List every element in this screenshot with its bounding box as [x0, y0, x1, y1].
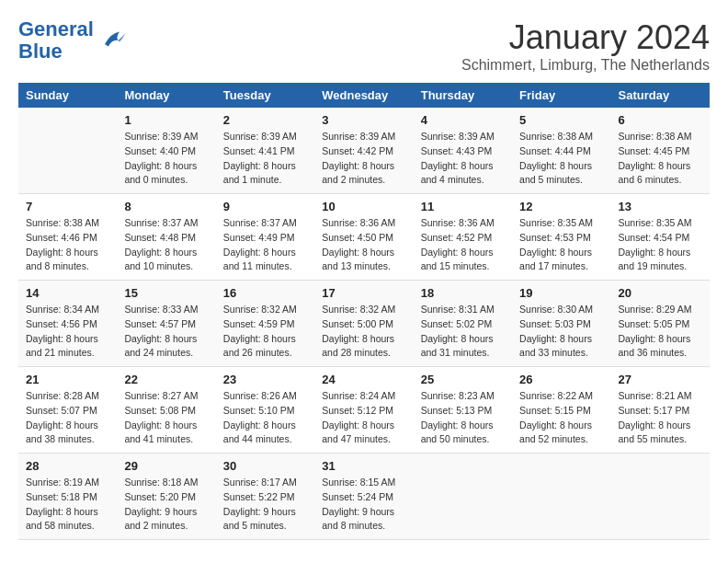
calendar-day-cell: 8Sunrise: 8:37 AMSunset: 4:48 PMDaylight… — [117, 194, 215, 281]
calendar-day-cell: 13Sunrise: 8:35 AMSunset: 4:54 PMDayligh… — [611, 194, 710, 281]
day-number: 26 — [519, 373, 603, 386]
calendar-day-cell: 25Sunrise: 8:23 AMSunset: 5:13 PMDayligh… — [414, 367, 512, 454]
day-number: 30 — [223, 459, 307, 473]
calendar-header-row: SundayMondayTuesdayWednesdayThursdayFrid… — [18, 83, 710, 108]
day-number: 6 — [619, 113, 702, 127]
day-info: Sunrise: 8:29 AMSunset: 5:05 PMDaylight:… — [619, 303, 702, 361]
calendar-day-cell: 31Sunrise: 8:15 AMSunset: 5:24 PMDayligh… — [314, 454, 413, 540]
calendar-day-cell — [18, 108, 117, 194]
calendar-day-cell: 19Sunrise: 8:30 AMSunset: 5:03 PMDayligh… — [512, 281, 610, 367]
calendar-day-cell: 15Sunrise: 8:33 AMSunset: 4:57 PMDayligh… — [117, 281, 215, 367]
day-number: 24 — [322, 373, 405, 386]
day-number: 18 — [421, 286, 505, 300]
day-info: Sunrise: 8:39 AMSunset: 4:43 PMDaylight:… — [421, 130, 505, 188]
day-number: 20 — [619, 286, 702, 300]
day-number: 28 — [26, 459, 109, 473]
header-saturday: Saturday — [611, 83, 710, 108]
day-number: 16 — [223, 286, 307, 300]
calendar-day-cell: 21Sunrise: 8:28 AMSunset: 5:07 PMDayligh… — [18, 367, 117, 454]
day-info: Sunrise: 8:33 AMSunset: 4:57 PMDaylight:… — [124, 303, 208, 361]
day-info: Sunrise: 8:28 AMSunset: 5:07 PMDaylight:… — [26, 389, 109, 447]
day-number: 19 — [519, 286, 603, 300]
day-info: Sunrise: 8:18 AMSunset: 5:20 PMDaylight:… — [124, 476, 208, 534]
calendar-day-cell: 27Sunrise: 8:21 AMSunset: 5:17 PMDayligh… — [611, 367, 710, 454]
calendar-day-cell: 17Sunrise: 8:32 AMSunset: 5:00 PMDayligh… — [314, 281, 413, 367]
day-number: 29 — [124, 459, 208, 473]
logo: GeneralBlue — [18, 18, 127, 63]
day-number: 17 — [322, 286, 405, 300]
day-number: 31 — [322, 459, 405, 473]
day-info: Sunrise: 8:23 AMSunset: 5:13 PMDaylight:… — [421, 389, 505, 447]
day-info: Sunrise: 8:27 AMSunset: 5:08 PMDaylight:… — [124, 389, 208, 447]
day-info: Sunrise: 8:15 AMSunset: 5:24 PMDaylight:… — [322, 476, 405, 534]
calendar-day-cell: 14Sunrise: 8:34 AMSunset: 4:56 PMDayligh… — [18, 281, 117, 367]
day-info: Sunrise: 8:36 AMSunset: 4:50 PMDaylight:… — [322, 216, 405, 274]
calendar-day-cell: 2Sunrise: 8:39 AMSunset: 4:41 PMDaylight… — [216, 108, 314, 194]
calendar-day-cell: 23Sunrise: 8:26 AMSunset: 5:10 PMDayligh… — [216, 367, 314, 454]
calendar-day-cell: 5Sunrise: 8:38 AMSunset: 4:44 PMDaylight… — [512, 108, 610, 194]
calendar-day-cell: 10Sunrise: 8:36 AMSunset: 4:50 PMDayligh… — [314, 194, 413, 281]
day-number: 9 — [223, 200, 307, 213]
day-info: Sunrise: 8:22 AMSunset: 5:15 PMDaylight:… — [519, 389, 603, 447]
calendar-day-cell: 16Sunrise: 8:32 AMSunset: 4:59 PMDayligh… — [216, 281, 314, 367]
calendar-day-cell — [414, 454, 512, 540]
day-info: Sunrise: 8:37 AMSunset: 4:48 PMDaylight:… — [124, 216, 208, 274]
day-number: 7 — [26, 200, 109, 213]
header-sunday: Sunday — [18, 83, 117, 108]
day-info: Sunrise: 8:35 AMSunset: 4:54 PMDaylight:… — [619, 216, 702, 274]
day-number: 23 — [223, 373, 307, 386]
day-number: 22 — [124, 373, 208, 386]
day-info: Sunrise: 8:39 AMSunset: 4:40 PMDaylight:… — [124, 130, 208, 188]
header-friday: Friday — [512, 83, 610, 108]
calendar-day-cell: 20Sunrise: 8:29 AMSunset: 5:05 PMDayligh… — [611, 281, 710, 367]
calendar-week-4: 21Sunrise: 8:28 AMSunset: 5:07 PMDayligh… — [18, 367, 710, 454]
day-number: 4 — [421, 113, 505, 127]
day-number: 12 — [519, 200, 603, 213]
calendar-day-cell — [512, 454, 610, 540]
day-info: Sunrise: 8:37 AMSunset: 4:49 PMDaylight:… — [223, 216, 307, 274]
logo-text: GeneralBlue — [18, 18, 94, 63]
calendar-day-cell: 30Sunrise: 8:17 AMSunset: 5:22 PMDayligh… — [216, 454, 314, 540]
day-info: Sunrise: 8:38 AMSunset: 4:44 PMDaylight:… — [519, 130, 603, 188]
calendar-day-cell: 22Sunrise: 8:27 AMSunset: 5:08 PMDayligh… — [117, 367, 215, 454]
day-info: Sunrise: 8:24 AMSunset: 5:12 PMDaylight:… — [322, 389, 405, 447]
day-info: Sunrise: 8:35 AMSunset: 4:53 PMDaylight:… — [519, 216, 603, 274]
day-info: Sunrise: 8:38 AMSunset: 4:46 PMDaylight:… — [26, 216, 109, 274]
calendar-day-cell — [611, 454, 710, 540]
calendar-week-5: 28Sunrise: 8:19 AMSunset: 5:18 PMDayligh… — [18, 454, 710, 540]
day-number: 8 — [124, 200, 208, 213]
day-info: Sunrise: 8:21 AMSunset: 5:17 PMDaylight:… — [619, 389, 702, 447]
header-monday: Monday — [117, 83, 215, 108]
calendar-week-1: 1Sunrise: 8:39 AMSunset: 4:40 PMDaylight… — [18, 108, 710, 194]
day-number: 21 — [26, 373, 109, 386]
day-info: Sunrise: 8:39 AMSunset: 4:42 PMDaylight:… — [322, 130, 405, 188]
day-number: 10 — [322, 200, 405, 213]
day-number: 25 — [421, 373, 505, 386]
calendar-day-cell: 4Sunrise: 8:39 AMSunset: 4:43 PMDaylight… — [414, 108, 512, 194]
day-info: Sunrise: 8:39 AMSunset: 4:41 PMDaylight:… — [223, 130, 307, 188]
calendar-day-cell: 1Sunrise: 8:39 AMSunset: 4:40 PMDaylight… — [117, 108, 215, 194]
day-number: 5 — [519, 113, 603, 127]
calendar-day-cell: 12Sunrise: 8:35 AMSunset: 4:53 PMDayligh… — [512, 194, 610, 281]
month-title: January 2024 — [461, 18, 710, 57]
day-info: Sunrise: 8:19 AMSunset: 5:18 PMDaylight:… — [26, 476, 109, 534]
calendar-day-cell: 29Sunrise: 8:18 AMSunset: 5:20 PMDayligh… — [117, 454, 215, 540]
title-block: January 2024 Schimmert, Limburg, The Net… — [461, 18, 710, 74]
day-info: Sunrise: 8:31 AMSunset: 5:02 PMDaylight:… — [421, 303, 505, 361]
day-info: Sunrise: 8:36 AMSunset: 4:52 PMDaylight:… — [421, 216, 505, 274]
page-header: GeneralBlue January 2024 Schimmert, Limb… — [18, 18, 710, 74]
day-number: 27 — [619, 373, 702, 386]
calendar-week-2: 7Sunrise: 8:38 AMSunset: 4:46 PMDaylight… — [18, 194, 710, 281]
location-subtitle: Schimmert, Limburg, The Netherlands — [461, 57, 710, 74]
day-info: Sunrise: 8:32 AMSunset: 5:00 PMDaylight:… — [322, 303, 405, 361]
header-tuesday: Tuesday — [216, 83, 314, 108]
day-number: 1 — [124, 113, 208, 127]
calendar-day-cell: 9Sunrise: 8:37 AMSunset: 4:49 PMDaylight… — [216, 194, 314, 281]
calendar-day-cell: 11Sunrise: 8:36 AMSunset: 4:52 PMDayligh… — [414, 194, 512, 281]
calendar-day-cell: 6Sunrise: 8:38 AMSunset: 4:45 PMDaylight… — [611, 108, 710, 194]
day-info: Sunrise: 8:17 AMSunset: 5:22 PMDaylight:… — [223, 476, 307, 534]
day-number: 3 — [322, 113, 405, 127]
calendar-day-cell: 7Sunrise: 8:38 AMSunset: 4:46 PMDaylight… — [18, 194, 117, 281]
day-number: 14 — [26, 286, 109, 300]
day-info: Sunrise: 8:26 AMSunset: 5:10 PMDaylight:… — [223, 389, 307, 447]
